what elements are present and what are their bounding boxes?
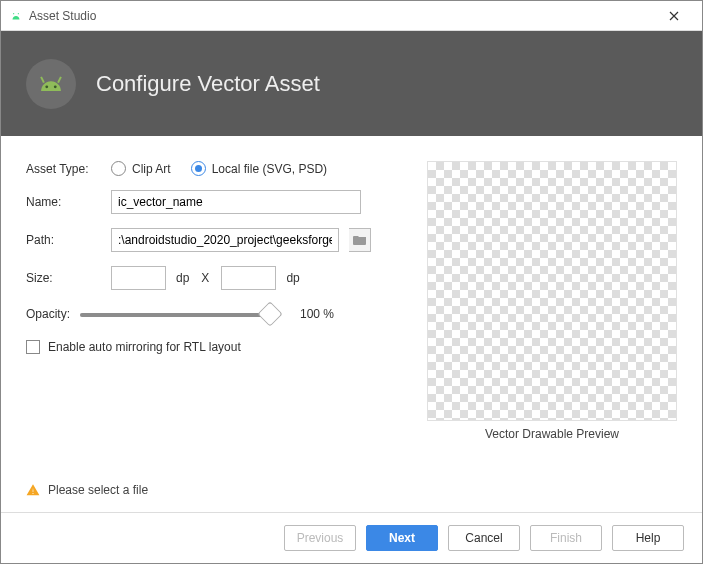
asset-studio-logo	[26, 59, 76, 109]
slider-fill	[80, 313, 270, 317]
radio-clip-art[interactable]: Clip Art	[111, 161, 171, 176]
radio-icon-selected	[191, 161, 206, 176]
svg-point-0	[45, 85, 48, 88]
titlebar: Asset Studio	[1, 1, 702, 31]
size-height-input[interactable]	[221, 266, 276, 290]
radio-icon-unselected	[111, 161, 126, 176]
path-row: Path:	[26, 228, 397, 252]
asset-studio-dialog: Asset Studio Configure Vector Asset Asse…	[0, 0, 703, 564]
cancel-button[interactable]: Cancel	[448, 525, 520, 551]
folder-icon	[353, 234, 367, 246]
asset-type-label: Asset Type:	[26, 162, 101, 176]
window-close-button[interactable]	[654, 2, 694, 30]
asset-type-row: Asset Type: Clip Art Local file (SVG, PS…	[26, 161, 397, 176]
preview-canvas	[427, 161, 677, 421]
size-unit-h: dp	[286, 271, 299, 285]
help-button[interactable]: Help	[612, 525, 684, 551]
size-unit-w: dp	[176, 271, 189, 285]
name-label: Name:	[26, 195, 101, 209]
warning-text: Please select a file	[48, 483, 148, 497]
asset-type-radio-group: Clip Art Local file (SVG, PSD)	[111, 161, 327, 176]
radio-local-file[interactable]: Local file (SVG, PSD)	[191, 161, 327, 176]
size-separator: X	[201, 271, 209, 285]
android-studio-icon	[9, 9, 23, 23]
dialog-header: Configure Vector Asset	[1, 31, 702, 136]
size-width-input[interactable]	[111, 266, 166, 290]
svg-point-1	[54, 85, 57, 88]
dialog-content: Asset Type: Clip Art Local file (SVG, PS…	[1, 136, 702, 483]
name-input[interactable]	[111, 190, 361, 214]
opacity-row: Opacity: 100 %	[26, 304, 397, 324]
size-label: Size:	[26, 271, 101, 285]
warning-row: Please select a file	[1, 483, 702, 512]
preview-panel: Vector Drawable Preview	[427, 161, 677, 473]
android-head-icon	[34, 67, 68, 101]
rtl-label: Enable auto mirroring for RTL layout	[48, 340, 241, 354]
dialog-title: Configure Vector Asset	[96, 71, 320, 97]
svg-line-2	[41, 76, 44, 82]
name-row: Name:	[26, 190, 397, 214]
opacity-slider[interactable]	[80, 304, 270, 324]
browse-path-button[interactable]	[349, 228, 371, 252]
next-button[interactable]: Next	[366, 525, 438, 551]
window-title: Asset Studio	[29, 9, 654, 23]
warning-icon	[26, 483, 40, 497]
radio-clip-art-label: Clip Art	[132, 162, 171, 176]
opacity-label: Opacity:	[26, 307, 70, 321]
path-label: Path:	[26, 233, 101, 247]
button-bar: Previous Next Cancel Finish Help	[1, 512, 702, 563]
svg-line-3	[58, 76, 61, 82]
opacity-value: 100 %	[300, 307, 334, 321]
size-row: Size: dp X dp	[26, 266, 397, 290]
form-panel: Asset Type: Clip Art Local file (SVG, PS…	[26, 161, 397, 473]
path-input[interactable]	[111, 228, 339, 252]
finish-button[interactable]: Finish	[530, 525, 602, 551]
preview-label: Vector Drawable Preview	[485, 427, 619, 441]
radio-local-file-label: Local file (SVG, PSD)	[212, 162, 327, 176]
close-icon	[669, 11, 679, 21]
rtl-checkbox[interactable]	[26, 340, 40, 354]
previous-button[interactable]: Previous	[284, 525, 356, 551]
slider-thumb	[257, 301, 282, 326]
rtl-row: Enable auto mirroring for RTL layout	[26, 340, 397, 354]
